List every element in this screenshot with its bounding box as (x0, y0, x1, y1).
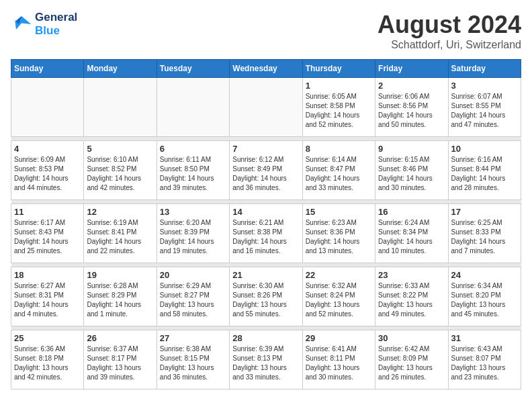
calendar-cell: 20Sunrise: 6:29 AM Sunset: 8:27 PM Dayli… (157, 267, 229, 326)
day-info: Sunrise: 6:38 AM Sunset: 8:15 PM Dayligh… (160, 345, 226, 382)
day-number: 2 (378, 81, 445, 91)
calendar-cell: 30Sunrise: 6:42 AM Sunset: 8:09 PM Dayli… (375, 330, 448, 390)
calendar-cell: 12Sunrise: 6:19 AM Sunset: 8:41 PM Dayli… (84, 204, 157, 263)
day-info: Sunrise: 6:37 AM Sunset: 8:17 PM Dayligh… (87, 345, 153, 382)
calendar-cell: 7Sunrise: 6:12 AM Sunset: 8:49 PM Daylig… (230, 141, 302, 200)
day-info: Sunrise: 6:29 AM Sunset: 8:27 PM Dayligh… (160, 281, 226, 319)
calendar-cell: 17Sunrise: 6:25 AM Sunset: 8:33 PM Dayli… (448, 204, 521, 263)
day-number: 19 (87, 270, 153, 280)
calendar-cell: 26Sunrise: 6:37 AM Sunset: 8:17 PM Dayli… (84, 330, 157, 390)
calendar-cell (230, 78, 302, 137)
day-number: 11 (14, 207, 81, 217)
location-subtitle: Schattdorf, Uri, Switzerland (378, 39, 521, 51)
calendar-cell (11, 78, 84, 137)
calendar-cell: 21Sunrise: 6:30 AM Sunset: 8:26 PM Dayli… (230, 267, 302, 326)
day-number: 15 (306, 207, 372, 217)
page-header: General Blue August 2024 Schattdorf, Uri… (11, 11, 521, 51)
day-number: 21 (232, 270, 299, 280)
day-number: 1 (306, 81, 372, 91)
weekday-header-saturday: Saturday (448, 60, 521, 78)
calendar-header-row: SundayMondayTuesdayWednesdayThursdayFrid… (11, 60, 521, 78)
calendar-week-4: 18Sunrise: 6:27 AM Sunset: 8:31 PM Dayli… (11, 267, 521, 326)
calendar-cell: 5Sunrise: 6:10 AM Sunset: 8:52 PM Daylig… (84, 141, 157, 200)
weekday-header-thursday: Thursday (302, 60, 375, 78)
day-number: 16 (378, 207, 445, 217)
day-info: Sunrise: 6:30 AM Sunset: 8:26 PM Dayligh… (232, 281, 299, 319)
calendar-week-3: 11Sunrise: 6:17 AM Sunset: 8:43 PM Dayli… (11, 204, 521, 263)
calendar-week-5: 25Sunrise: 6:36 AM Sunset: 8:18 PM Dayli… (11, 330, 521, 390)
day-number: 10 (451, 144, 518, 154)
day-info: Sunrise: 6:43 AM Sunset: 8:07 PM Dayligh… (451, 345, 518, 382)
calendar-cell: 8Sunrise: 6:14 AM Sunset: 8:47 PM Daylig… (302, 141, 375, 200)
day-info: Sunrise: 6:32 AM Sunset: 8:24 PM Dayligh… (306, 281, 372, 319)
day-number: 7 (232, 144, 299, 154)
day-info: Sunrise: 6:24 AM Sunset: 8:34 PM Dayligh… (378, 218, 445, 256)
day-number: 6 (160, 144, 226, 154)
day-info: Sunrise: 6:19 AM Sunset: 8:41 PM Dayligh… (87, 218, 153, 256)
calendar-cell: 22Sunrise: 6:32 AM Sunset: 8:24 PM Dayli… (302, 267, 375, 326)
calendar-cell: 23Sunrise: 6:33 AM Sunset: 8:22 PM Dayli… (375, 267, 448, 326)
calendar-cell: 25Sunrise: 6:36 AM Sunset: 8:18 PM Dayli… (11, 330, 84, 390)
day-info: Sunrise: 6:14 AM Sunset: 8:47 PM Dayligh… (306, 155, 372, 193)
weekday-header-sunday: Sunday (11, 60, 84, 78)
day-number: 3 (451, 81, 518, 91)
day-info: Sunrise: 6:33 AM Sunset: 8:22 PM Dayligh… (378, 281, 445, 319)
day-info: Sunrise: 6:17 AM Sunset: 8:43 PM Dayligh… (14, 218, 81, 256)
day-info: Sunrise: 6:34 AM Sunset: 8:20 PM Dayligh… (451, 281, 518, 319)
day-number: 12 (87, 207, 153, 217)
calendar-cell: 19Sunrise: 6:28 AM Sunset: 8:29 PM Dayli… (84, 267, 157, 326)
weekday-header-monday: Monday (84, 60, 157, 78)
calendar-week-1: 1Sunrise: 6:05 AM Sunset: 8:58 PM Daylig… (11, 78, 521, 137)
day-info: Sunrise: 6:15 AM Sunset: 8:46 PM Dayligh… (378, 155, 445, 193)
calendar-cell (157, 78, 229, 137)
day-info: Sunrise: 6:39 AM Sunset: 8:13 PM Dayligh… (232, 345, 299, 382)
day-info: Sunrise: 6:05 AM Sunset: 8:58 PM Dayligh… (306, 92, 372, 130)
day-number: 8 (306, 144, 372, 154)
calendar-cell: 1Sunrise: 6:05 AM Sunset: 8:58 PM Daylig… (302, 78, 375, 137)
calendar-cell (84, 78, 157, 137)
day-info: Sunrise: 6:42 AM Sunset: 8:09 PM Dayligh… (378, 345, 445, 382)
day-info: Sunrise: 6:07 AM Sunset: 8:55 PM Dayligh… (451, 92, 518, 130)
logo: General Blue (11, 11, 77, 38)
day-number: 22 (306, 270, 372, 280)
calendar-cell: 13Sunrise: 6:20 AM Sunset: 8:39 PM Dayli… (157, 204, 229, 263)
title-block: August 2024 Schattdorf, Uri, Switzerland (378, 11, 521, 51)
day-number: 29 (306, 333, 372, 343)
day-info: Sunrise: 6:27 AM Sunset: 8:31 PM Dayligh… (14, 281, 81, 319)
day-number: 27 (160, 333, 226, 343)
day-info: Sunrise: 6:25 AM Sunset: 8:33 PM Dayligh… (451, 218, 518, 256)
day-number: 31 (451, 333, 518, 343)
day-info: Sunrise: 6:10 AM Sunset: 8:52 PM Dayligh… (87, 155, 153, 193)
calendar-cell: 15Sunrise: 6:23 AM Sunset: 8:36 PM Dayli… (302, 204, 375, 263)
day-number: 20 (160, 270, 226, 280)
calendar-cell: 10Sunrise: 6:16 AM Sunset: 8:44 PM Dayli… (448, 141, 521, 200)
day-number: 9 (378, 144, 445, 154)
calendar-cell: 3Sunrise: 6:07 AM Sunset: 8:55 PM Daylig… (448, 78, 521, 137)
calendar-cell: 29Sunrise: 6:41 AM Sunset: 8:11 PM Dayli… (302, 330, 375, 390)
calendar-cell: 9Sunrise: 6:15 AM Sunset: 8:46 PM Daylig… (375, 141, 448, 200)
day-number: 23 (378, 270, 445, 280)
day-info: Sunrise: 6:12 AM Sunset: 8:49 PM Dayligh… (232, 155, 299, 193)
day-info: Sunrise: 6:36 AM Sunset: 8:18 PM Dayligh… (14, 345, 81, 382)
calendar-cell: 24Sunrise: 6:34 AM Sunset: 8:20 PM Dayli… (448, 267, 521, 326)
calendar-week-2: 4Sunrise: 6:09 AM Sunset: 8:53 PM Daylig… (11, 141, 521, 200)
day-number: 24 (451, 270, 518, 280)
weekday-header-friday: Friday (375, 60, 448, 78)
logo-text: General Blue (35, 11, 77, 38)
day-number: 5 (87, 144, 153, 154)
day-info: Sunrise: 6:09 AM Sunset: 8:53 PM Dayligh… (14, 155, 81, 193)
day-number: 28 (232, 333, 299, 343)
weekday-header-wednesday: Wednesday (230, 60, 302, 78)
calendar-cell: 14Sunrise: 6:21 AM Sunset: 8:38 PM Dayli… (230, 204, 302, 263)
calendar-cell: 16Sunrise: 6:24 AM Sunset: 8:34 PM Dayli… (375, 204, 448, 263)
day-number: 17 (451, 207, 518, 217)
calendar-cell: 6Sunrise: 6:11 AM Sunset: 8:50 PM Daylig… (157, 141, 229, 200)
calendar-cell: 2Sunrise: 6:06 AM Sunset: 8:56 PM Daylig… (375, 78, 448, 137)
day-number: 30 (378, 333, 445, 343)
day-number: 4 (14, 144, 81, 154)
day-info: Sunrise: 6:23 AM Sunset: 8:36 PM Dayligh… (306, 218, 372, 256)
day-number: 18 (14, 270, 81, 280)
day-number: 13 (160, 207, 226, 217)
day-info: Sunrise: 6:28 AM Sunset: 8:29 PM Dayligh… (87, 281, 153, 319)
calendar-table: SundayMondayTuesdayWednesdayThursdayFrid… (11, 59, 521, 390)
